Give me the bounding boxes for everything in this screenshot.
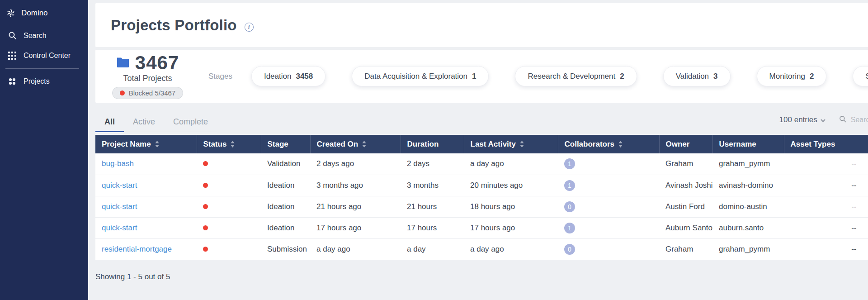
sidebar-divider: [5, 68, 79, 69]
column-header-username[interactable]: Username: [712, 135, 784, 153]
sidebar: Domino Search Control: [0, 0, 88, 300]
status-cell: [197, 153, 261, 175]
owner-cell: Graham: [659, 238, 712, 260]
table-search: [839, 115, 868, 124]
owner-cell: Auburn Santo: [659, 217, 712, 238]
stages-section: Stages Ideation3458 Data Acquisition & E…: [200, 50, 868, 103]
column-header-last-activity[interactable]: Last Activity: [464, 135, 558, 153]
collaborators-cell: 1: [558, 153, 659, 175]
showing-text: Showing 1 - 5 out of 5: [95, 272, 170, 281]
column-header-status[interactable]: Status: [197, 135, 261, 153]
asset-types-cell: --: [784, 196, 868, 217]
project-cell: quick-start: [95, 217, 197, 238]
stage-pill-monitoring[interactable]: Monitoring2: [757, 66, 827, 86]
total-projects-value: 3467: [135, 53, 179, 72]
stage-pills: Ideation3458 Data Acquisition & Explorat…: [251, 66, 868, 86]
status-cell: [197, 238, 261, 260]
toolbar-right: 100 entries: [779, 115, 868, 125]
username-cell: domino-austin: [712, 196, 784, 217]
last-activity-cell: 20 minutes ago: [464, 175, 558, 196]
last-activity-cell: a day ago: [464, 153, 558, 175]
toolbar-row: All Active Complete 100 entries: [95, 107, 868, 132]
tab-complete[interactable]: Complete: [164, 112, 217, 132]
blocked-pill[interactable]: Blocked 5/3467: [112, 87, 183, 99]
project-link[interactable]: quick-start: [102, 224, 137, 232]
stages-label: Stages: [208, 72, 232, 81]
tab-all[interactable]: All: [95, 112, 124, 132]
last-activity-cell: 18 hours ago: [464, 196, 558, 217]
app-root: Domino Search Control: [0, 0, 868, 300]
asset-types-cell: --: [784, 238, 868, 260]
collaborators-cell: 1: [558, 175, 659, 196]
total-projects-stat: 3467 Total Projects Blocked 5/3467: [95, 50, 200, 103]
status-dot-icon: [203, 161, 208, 166]
search-icon: [839, 115, 846, 124]
sort-icon: [362, 141, 366, 148]
sidebar-item-projects[interactable]: Projects: [0, 71, 88, 91]
stage-cell: Ideation: [261, 175, 310, 196]
column-header-created-on[interactable]: Created On: [310, 135, 401, 153]
project-cell: quick-start: [95, 175, 197, 196]
search-input[interactable]: [850, 115, 868, 124]
status-cell: [197, 196, 261, 217]
asset-types-cell: --: [784, 217, 868, 238]
owner-cell: Austin Ford: [659, 196, 712, 217]
last-activity-cell: a day ago: [464, 238, 558, 260]
project-link[interactable]: quick-start: [102, 181, 137, 190]
stage-cell: Submission: [261, 238, 310, 260]
username-cell: auburn.santo: [712, 217, 784, 238]
collaborators-cell: 0: [558, 196, 659, 217]
column-header-collaborators[interactable]: Collaborators: [558, 135, 659, 153]
project-cell: bug-bash: [95, 153, 197, 175]
column-header-project-name[interactable]: Project Name: [95, 135, 197, 153]
sort-icon: [618, 141, 623, 148]
duration-cell: 3 months: [401, 175, 464, 196]
project-link[interactable]: bug-bash: [102, 159, 134, 168]
stage-pill-validation[interactable]: Validation3: [663, 66, 731, 86]
duration-cell: a day: [401, 238, 464, 260]
blocked-label: Blocked 5/3467: [129, 89, 175, 97]
project-link[interactable]: quick-start: [102, 202, 137, 211]
stage-cell: Validation: [261, 153, 310, 175]
column-header-owner[interactable]: Owner: [659, 135, 712, 153]
collaborators-badge[interactable]: 1: [564, 223, 575, 233]
entries-select[interactable]: 100 entries: [779, 115, 826, 124]
collaborators-badge[interactable]: 1: [564, 180, 575, 191]
stage-cell: Ideation: [261, 217, 310, 238]
project-link[interactable]: residential-mortgage: [102, 245, 172, 253]
main-content: Projects Portfolio i 3467 Total Projects…: [88, 0, 868, 300]
username-cell: graham_pymm: [712, 153, 784, 175]
summary-card: 3467 Total Projects Blocked 5/3467 Stage…: [95, 50, 868, 103]
table-row: quick-start Ideation 21 hours ago 21 hou…: [95, 196, 868, 217]
stage-pill-research-development[interactable]: Research & Development2: [515, 66, 637, 86]
column-header-duration[interactable]: Duration: [401, 135, 464, 153]
sidebar-item-search[interactable]: Search: [0, 25, 88, 46]
collaborators-badge[interactable]: 1: [564, 158, 575, 169]
status-cell: [197, 217, 261, 238]
blocked-dot-icon: [120, 90, 125, 95]
info-icon[interactable]: i: [245, 23, 254, 32]
project-cell: quick-start: [95, 196, 197, 217]
status-dot-icon: [203, 204, 208, 209]
tab-active[interactable]: Active: [124, 112, 164, 132]
stage-pill-ideation[interactable]: Ideation3458: [251, 66, 326, 86]
project-cell: residential-mortgage: [95, 238, 197, 260]
stage-pill-data-acquisition[interactable]: Data Acquisition & Exploration1: [352, 66, 489, 86]
owner-cell: Graham: [659, 153, 712, 175]
created-cell: 2 days ago: [310, 153, 401, 175]
status-dot-icon: [203, 183, 208, 188]
sidebar-brand[interactable]: Domino: [0, 5, 88, 25]
column-header-stage[interactable]: Stage: [261, 135, 310, 153]
asset-types-cell: --: [784, 153, 868, 175]
duration-cell: 2 days: [401, 153, 464, 175]
sidebar-item-control-center[interactable]: Control Center: [0, 46, 88, 66]
collaborators-badge[interactable]: 0: [564, 244, 575, 255]
sidebar-item-label: Projects: [24, 77, 50, 86]
column-header-asset-types[interactable]: Asset Types: [784, 135, 868, 153]
sort-icon: [520, 141, 524, 148]
stage-pill-submission[interactable]: Submission1: [853, 66, 868, 86]
collaborators-badge[interactable]: 0: [564, 201, 575, 212]
status-dot-icon: [203, 247, 208, 252]
collaborators-cell: 1: [558, 217, 659, 238]
table-row: quick-start Ideation 17 hours ago 17 hou…: [95, 217, 868, 238]
